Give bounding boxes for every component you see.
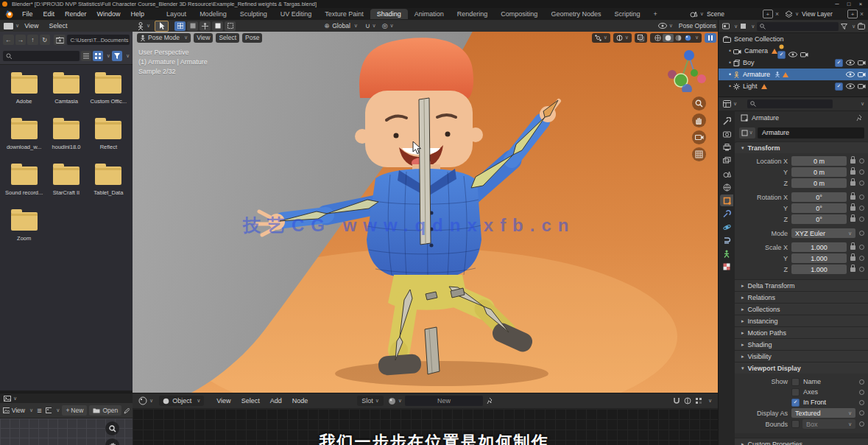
tab-object[interactable] (720, 195, 733, 206)
pose-options-dropdown[interactable]: Pose Options (679, 22, 716, 29)
rotation-mode-dropdown[interactable]: XYZ Euler∨ (791, 228, 855, 238)
xray-toggle[interactable] (635, 33, 647, 43)
hamburger-menu-icon[interactable]: ≡ (37, 406, 41, 415)
rendered-shading-button[interactable] (683, 35, 693, 41)
tab-scripting[interactable]: Scripting (607, 9, 646, 19)
tab-texture[interactable] (720, 261, 733, 273)
shader-type-selector[interactable]: Object ∨ (159, 396, 204, 406)
object-browse-button[interactable]: ∨ (739, 127, 755, 139)
folder-item[interactable]: houdini18.0 (45, 121, 87, 150)
gizmo-x-axis[interactable] (697, 74, 706, 83)
mode-switch-dropdown[interactable]: ∨ (147, 23, 150, 29)
navigation-gizmo[interactable] (665, 46, 708, 92)
tab-object-data[interactable] (720, 248, 733, 259)
minimize-button[interactable]: ─ (831, 1, 843, 7)
exclude-checkbox[interactable]: ✓ (835, 59, 843, 67)
shader-editor-type-icon[interactable] (138, 396, 147, 405)
scale-z-field[interactable]: 1.000 (791, 264, 847, 274)
folder-item[interactable]: Tablet_Data (88, 167, 130, 196)
lock-icon[interactable] (850, 181, 855, 186)
close-button[interactable]: × (855, 1, 867, 7)
move-view-button[interactable] (692, 113, 706, 127)
camera-view-button[interactable] (692, 130, 706, 144)
hide-eye-icon[interactable] (846, 60, 855, 66)
editor-type-dropdown[interactable]: ∨ (149, 398, 153, 404)
animate-dot-icon[interactable] (859, 169, 864, 175)
proportional-edit-icon[interactable]: ◎ (382, 22, 388, 29)
image-browse-dropdown[interactable]: ∨ (56, 407, 60, 413)
disable-render-icon[interactable] (800, 52, 808, 57)
image-zoom-button[interactable] (105, 421, 119, 435)
tab-animation[interactable]: Animation (408, 9, 451, 19)
hide-eye-icon[interactable] (846, 71, 855, 77)
outliner-row-armature[interactable]: • Armature (719, 69, 868, 80)
lock-icon[interactable] (850, 170, 855, 175)
editor-type-dropdown[interactable]: ∨ (733, 101, 737, 107)
tab-uv-editing[interactable]: UV Editing (274, 9, 319, 19)
pin-icon[interactable] (487, 397, 493, 404)
viewport-menu-select[interactable]: Select (216, 33, 239, 43)
file-browser-content[interactable]: Adobe Camtasia Custom Offic... download_… (0, 65, 133, 252)
tab-view-layer[interactable] (720, 155, 733, 167)
tab-layout[interactable]: Layout (160, 9, 193, 19)
properties-search-input[interactable] (747, 99, 833, 108)
tab-modifiers[interactable] (720, 208, 733, 220)
folder-item[interactable]: Adobe (3, 75, 45, 105)
bounds-dropdown[interactable]: Box ∨ (802, 419, 855, 429)
new-scene-icon[interactable]: + (763, 10, 773, 18)
editor-type-dropdown[interactable]: ∨ (13, 396, 17, 402)
snap-node-icon[interactable] (673, 397, 680, 404)
transform-panel-header[interactable]: ▾ Transform (735, 141, 868, 153)
display-thumbnail-button[interactable] (93, 51, 103, 61)
overlay-node-icon[interactable] (684, 397, 691, 404)
animate-dot-icon[interactable] (859, 158, 864, 164)
open-image-button[interactable]: Open (89, 405, 121, 416)
exclude-checkbox[interactable]: ✓ (777, 51, 786, 59)
hide-eye-icon[interactable] (846, 83, 855, 89)
create-folder-button[interactable] (54, 35, 66, 45)
remove-view-layer-icon[interactable]: × (860, 10, 864, 18)
editor-options-dropdown[interactable]: ∨ (708, 398, 712, 404)
folder-item[interactable]: Custom Offic... (88, 75, 130, 105)
select-tool-button[interactable] (155, 21, 169, 32)
image-move-button[interactable] (105, 438, 119, 445)
display-mode-dropdown[interactable]: ∨ (107, 53, 110, 59)
tab-geometry-nodes[interactable]: Geometry Nodes (544, 9, 607, 19)
scene-name-field[interactable]: Scene (707, 10, 758, 18)
menu-edit[interactable]: Edit (38, 10, 60, 18)
display-vertical-list-button[interactable] (81, 51, 91, 61)
toggle-ortho-button[interactable] (692, 147, 706, 161)
armature-mode-icon[interactable] (137, 22, 144, 30)
tab-shading[interactable]: Shading (370, 9, 408, 19)
animate-dot-icon[interactable] (859, 245, 864, 250)
animate-dot-icon[interactable] (859, 421, 864, 427)
show-gizmo-toggle[interactable]: ∨ (592, 33, 610, 43)
maximize-button[interactable]: □ (843, 1, 855, 7)
panel-relations[interactable]: ▸Relations (735, 291, 868, 303)
path-field[interactable]: C:\Users\T...Documents (67, 35, 130, 45)
object-name-field[interactable]: Armature (758, 127, 864, 139)
exclude-checkbox[interactable]: ✓ (835, 83, 843, 91)
panel-viewport-display[interactable]: ▾Viewport Display (735, 362, 868, 374)
view-layer-browse-dropdown[interactable]: ∨ (795, 11, 799, 17)
tab-sculpting[interactable]: Sculpting (233, 9, 274, 19)
disable-render-icon[interactable] (858, 83, 866, 89)
viewport-menu-pose[interactable]: Pose (242, 33, 262, 43)
object-filter-icon[interactable] (740, 23, 747, 29)
shader-menu-view[interactable]: View (211, 397, 236, 404)
menu-help[interactable]: Help (126, 10, 150, 18)
shading-dropdown[interactable]: ∨ (695, 35, 699, 41)
display-mode-icon[interactable] (722, 23, 730, 29)
unlink-scene-icon[interactable]: × (775, 10, 779, 18)
pen-icon[interactable] (124, 407, 130, 414)
scale-x-field[interactable]: 1.000 (791, 242, 847, 252)
folder-item[interactable]: Reflect (88, 121, 130, 150)
location-x-field[interactable]: 0 m (791, 156, 847, 166)
expand-dot[interactable]: • (729, 71, 731, 78)
menu-render[interactable]: Render (60, 10, 92, 18)
show-name-checkbox[interactable] (791, 378, 800, 386)
animate-dot-icon[interactable] (859, 410, 864, 416)
image-browse-icon[interactable] (46, 407, 52, 413)
file-browser-type-icon[interactable] (4, 23, 13, 29)
snap-dropdown[interactable]: ∨ (373, 23, 376, 29)
